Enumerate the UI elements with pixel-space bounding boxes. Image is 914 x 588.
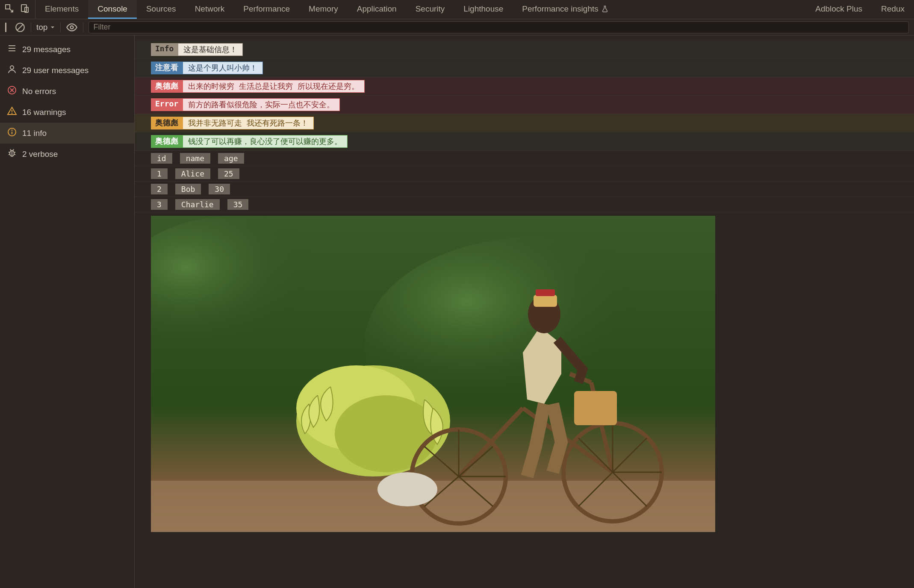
sidebar-item-user-messages[interactable]: 29 user messages — [0, 60, 134, 81]
error-icon — [7, 85, 17, 97]
sidebar-item-verbose[interactable]: 2 verbose — [0, 144, 134, 165]
table-cell: 2 — [151, 184, 168, 194]
console-log-row[interactable]: 注意看这是个男人叫小帅！ — [135, 59, 914, 77]
tab-application[interactable]: Application — [348, 0, 406, 19]
tab-sources[interactable]: Sources — [137, 0, 186, 19]
console-sidebar: 29 messages 29 user messages No errors 1… — [0, 35, 135, 588]
log-message: 出来的时候穷 生活总是让我穷 所以现在还是穷。 — [183, 80, 365, 93]
device-toggle-icon[interactable] — [20, 3, 30, 16]
sidebar-item-label: 16 warnings — [22, 108, 66, 117]
table-cell: 1 — [151, 168, 168, 179]
log-tag: Info — [151, 43, 178, 56]
sidebar-item-label: 29 user messages — [22, 66, 88, 75]
clear-console-icon[interactable] — [15, 22, 26, 33]
svg-line-5 — [18, 24, 23, 30]
log-badge-group: 奥德彪我并非无路可走 我还有死路一条！ — [151, 117, 314, 129]
table-cell: name — [180, 153, 210, 164]
tabs-list: Elements Console Sources Network Perform… — [35, 0, 618, 19]
tab-elements[interactable]: Elements — [35, 0, 88, 19]
tab-network[interactable]: Network — [186, 0, 234, 19]
console-toolbar: top — [0, 19, 914, 35]
toolbar-divider — [60, 23, 61, 32]
console-log-row[interactable]: 奥德彪我并非无路可走 我还有死路一条！ — [135, 114, 914, 132]
log-tag: 注意看 — [151, 62, 183, 74]
svg-point-6 — [71, 26, 74, 29]
svg-point-31 — [335, 395, 437, 472]
console-output: Info这是基础信息！注意看这是个男人叫小帅！奥德彪出来的时候穷 生活总是让我穷… — [135, 35, 914, 588]
tab-lighthouse[interactable]: Lighthouse — [454, 0, 513, 19]
tab-console[interactable]: Console — [88, 0, 137, 19]
tab-performance[interactable]: Performance — [234, 0, 299, 19]
live-expression-icon[interactable] — [66, 21, 78, 33]
sidebar-item-info[interactable]: 11 info — [0, 123, 134, 144]
table-row[interactable]: 2Bob30 — [135, 182, 914, 197]
user-icon — [7, 64, 17, 76]
sidebar-item-warnings[interactable]: 16 warnings — [0, 102, 134, 123]
table-cell: id — [151, 153, 172, 164]
svg-rect-3 — [5, 23, 6, 32]
console-log-row[interactable]: Error前方的路看似很危险，实际一点也不安全。 — [135, 96, 914, 114]
console-log-row[interactable]: 奥德彪钱没了可以再赚，良心没了便可以赚的更多。 — [135, 132, 914, 151]
log-message: 这是基础信息！ — [178, 43, 243, 56]
devtools-tabs-bar: Elements Console Sources Network Perform… — [0, 0, 914, 19]
sidebar-item-messages[interactable]: 29 messages — [0, 39, 134, 60]
log-badge-group: 奥德彪出来的时候穷 生活总是让我穷 所以现在还是穷。 — [151, 80, 365, 93]
table-cell: 30 — [209, 184, 230, 194]
table-row[interactable]: 1Alice25 — [135, 166, 914, 182]
context-label: top — [36, 23, 47, 32]
sidebar-item-label: 2 verbose — [22, 150, 58, 159]
svg-rect-1 — [21, 5, 27, 12]
svg-line-21 — [9, 152, 10, 153]
tab-memory[interactable]: Memory — [299, 0, 348, 19]
log-tag: 奥德彪 — [151, 80, 183, 93]
filter-input[interactable] — [88, 21, 909, 33]
sidebar-item-errors[interactable]: No errors — [0, 81, 134, 102]
table-cell: Alice — [175, 168, 210, 179]
info-icon — [7, 127, 17, 139]
tab-performance-insights[interactable]: Performance insights — [513, 0, 618, 19]
svg-point-18 — [12, 130, 12, 130]
warning-icon — [7, 106, 17, 118]
console-log-row[interactable]: 奥德彪出来的时候穷 生活总是让我穷 所以现在还是穷。 — [135, 77, 914, 96]
svg-rect-53 — [534, 295, 557, 307]
svg-point-55 — [377, 472, 437, 506]
svg-rect-51 — [574, 391, 617, 425]
svg-rect-0 — [6, 5, 10, 9]
chevron-down-icon — [50, 23, 55, 32]
svg-point-10 — [10, 66, 14, 69]
console-log-row[interactable]: Info这是基础信息！ — [135, 41, 914, 59]
sidebar-toggle-icon[interactable] — [5, 23, 9, 32]
tab-adblock[interactable]: Adblock Plus — [806, 4, 872, 15]
svg-point-15 — [12, 113, 12, 114]
sidebar-item-label: 11 info — [22, 129, 47, 138]
flask-icon — [601, 5, 609, 13]
svg-line-24 — [14, 154, 15, 155]
table-cell: 25 — [218, 168, 239, 179]
toolbar-divider — [83, 23, 83, 32]
sidebar-item-label: 29 messages — [22, 45, 71, 54]
tabs-right: Adblock Plus Redux — [806, 0, 914, 19]
log-message: 钱没了可以再赚，良心没了便可以赚的更多。 — [183, 135, 348, 148]
table-cell: Charlie — [175, 199, 220, 210]
tab-security[interactable]: Security — [406, 0, 454, 19]
log-tag: 奥德彪 — [151, 117, 183, 129]
log-badge-group: Error前方的路看似很危险，实际一点也不安全。 — [151, 98, 340, 111]
main-content: 29 messages 29 user messages No errors 1… — [0, 35, 914, 588]
log-badge-group: 奥德彪钱没了可以再赚，良心没了便可以赚的更多。 — [151, 135, 348, 148]
svg-rect-54 — [536, 289, 555, 296]
inspect-icon[interactable] — [4, 3, 15, 16]
table-cell: Bob — [175, 184, 201, 194]
context-selector[interactable]: top — [36, 23, 55, 32]
tabs-left-icons — [4, 0, 35, 19]
table-cell: 3 — [151, 199, 168, 210]
console-image-row — [135, 212, 914, 538]
tab-redux[interactable]: Redux — [872, 4, 914, 15]
table-cell: 35 — [227, 199, 249, 210]
table-header-row[interactable]: idnameage — [135, 151, 914, 166]
svg-line-22 — [14, 152, 15, 153]
list-icon — [7, 43, 17, 56]
log-tag: 奥德彪 — [151, 135, 183, 148]
log-badge-group: 注意看这是个男人叫小帅！ — [151, 62, 263, 74]
table-row[interactable]: 3Charlie35 — [135, 197, 914, 212]
table-cell: age — [218, 153, 244, 164]
